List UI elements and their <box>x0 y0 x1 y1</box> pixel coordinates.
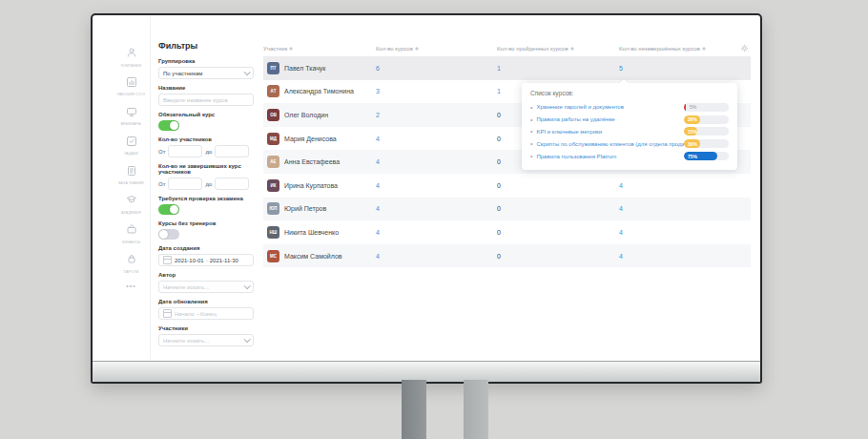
sidebar-item-academy[interactable]: Академия <box>114 192 150 215</box>
unfinished-count-cell: 4 <box>619 253 751 260</box>
courses-count-value[interactable]: 4 <box>376 158 380 165</box>
participants-to-input[interactable] <box>215 145 249 157</box>
popup-title: Список курсов: <box>530 90 729 96</box>
sidebar-item-passwords[interactable]: Пароли <box>114 251 150 274</box>
courses-count-value[interactable]: 2 <box>376 112 380 118</box>
participants-from-input[interactable] <box>168 145 202 157</box>
no-trainers-toggle[interactable] <box>158 229 179 240</box>
grouping-value: По участникам <box>163 71 202 76</box>
participant-name: Мария Денисова <box>284 136 337 142</box>
participant-cell: ПТПавел Ткачук <box>263 62 376 74</box>
passed-count-value[interactable]: 1 <box>497 88 501 94</box>
unfinished-count-cell: 4 <box>619 229 751 236</box>
sidebar-item-company[interactable]: Компания <box>114 45 150 68</box>
not-finished-from-input[interactable] <box>168 178 202 190</box>
mandatory-course-toggle[interactable] <box>158 120 179 131</box>
table-header-row: УчастникКол-во курсовКол-во пройденных к… <box>263 41 751 55</box>
courses-count-value[interactable]: 4 <box>376 253 380 260</box>
toggle-knob <box>170 205 178 214</box>
course-progress-bar: 36% <box>684 139 729 148</box>
courses-count-cell: 4 <box>376 205 497 212</box>
unfinished-count-value[interactable]: 5 <box>619 65 623 72</box>
passed-count-value[interactable]: 1 <box>497 65 501 72</box>
to-label: до <box>205 181 212 187</box>
progress-percent: 15% <box>684 129 697 135</box>
members-label: Участники <box>158 325 254 331</box>
column-header: Кол-во курсов <box>376 45 497 52</box>
courses-count-value[interactable]: 4 <box>376 182 380 189</box>
members-select[interactable]: Начните искать... <box>158 334 254 346</box>
course-link[interactable]: Скрипты по обслуживанию клиентов (для от… <box>536 141 684 147</box>
sidebar-item-webinars[interactable]: Вебинары <box>114 104 150 127</box>
exam-check-toggle[interactable] <box>158 204 179 215</box>
course-list-item: •Хранение паролей и документов5% <box>530 101 729 114</box>
unfinished-count-value[interactable]: 4 <box>619 205 623 212</box>
passed-count-value: 0 <box>497 182 501 189</box>
course-list-item: •Правила работы на удалёнке36% <box>530 114 729 126</box>
courses-count-value[interactable]: 4 <box>376 136 380 142</box>
passed-count-cell: 0 <box>497 253 619 260</box>
course-link[interactable]: Хранение паролей и документов <box>536 104 684 110</box>
participant-cell: ЮПЮрий Петров <box>263 202 376 215</box>
unfinished-count-value[interactable]: 4 <box>619 229 623 236</box>
sort-icon[interactable] <box>415 45 419 52</box>
courses-count-value[interactable]: 3 <box>376 88 380 94</box>
column-header-label: Участник <box>263 46 287 52</box>
unfinished-count-value[interactable]: 4 <box>619 253 623 260</box>
toggle-knob <box>170 121 178 130</box>
table-row[interactable]: МСМаксим Самойлов404 <box>263 244 751 268</box>
table-row[interactable]: ИКИрина Курпатова404 <box>263 174 751 198</box>
courses-count-value[interactable]: 4 <box>376 205 380 212</box>
course-name-input[interactable]: Введите название курса <box>158 94 254 106</box>
finance-icon <box>126 221 137 239</box>
progress-percent: 75% <box>684 154 697 159</box>
author-placeholder: Начните искать... <box>163 284 209 290</box>
table-settings-gear-icon[interactable] <box>740 44 749 53</box>
course-link[interactable]: Правила работы на удалёнке <box>536 116 684 122</box>
unfinished-count-value[interactable]: 4 <box>619 182 623 189</box>
bullet-icon: • <box>530 153 532 159</box>
unfinished-count-cell: 4 <box>619 205 751 212</box>
updated-date-input[interactable]: Начало - Конец <box>158 307 254 320</box>
course-name-label: Название <box>158 85 254 91</box>
table-row[interactable]: НШНикита Шевченко404 <box>263 220 751 244</box>
column-header: Кол-во незавершённых курсов <box>619 45 751 52</box>
sort-icon[interactable] <box>702 45 706 52</box>
sidebar-item-tasks[interactable]: Задачи <box>114 134 150 157</box>
course-link[interactable]: Правила пользования Platrum <box>536 154 684 159</box>
sidebar-item-desktop[interactable]: Рабочий стол <box>114 74 150 97</box>
desktop-icon <box>126 74 137 92</box>
table-row[interactable]: ПТПавел Ткачук615 <box>263 56 751 80</box>
sidebar-more-icon[interactable]: ••• <box>126 282 135 289</box>
courses-count-value[interactable]: 6 <box>376 65 380 72</box>
avatar: ИК <box>267 179 279 192</box>
sort-icon[interactable] <box>289 45 293 52</box>
course-link[interactable]: KPI и ключевые метрики <box>536 129 684 135</box>
passed-count-value: 0 <box>497 112 501 118</box>
courses-count-cell: 6 <box>376 65 497 72</box>
from-label: От <box>158 149 165 155</box>
sidebar-item-label: Компания <box>121 64 142 68</box>
bullet-icon: • <box>530 116 532 123</box>
sidebar-item-knowledge[interactable]: База знаний <box>114 163 150 186</box>
passed-count-cell: 1 <box>497 65 619 72</box>
sidebar-item-label: Академия <box>121 211 141 215</box>
screen: КомпанияРабочий столВебинарыЗадачиБаза з… <box>93 16 759 361</box>
progress-fill: 36% <box>684 115 700 124</box>
sort-icon[interactable] <box>570 45 574 52</box>
participant-name: Анна Евстафеева <box>284 158 340 165</box>
updated-start-placeholder: Начало <box>175 311 195 317</box>
updated-date-label: Дата обновления <box>158 299 254 304</box>
sidebar-item-finance[interactable]: Финансы <box>114 221 150 244</box>
table-row[interactable]: ЮПЮрий Петров404 <box>263 198 751 221</box>
grouping-select[interactable]: По участникам <box>158 67 254 79</box>
created-date-input[interactable]: 2021-10-01 - 2021-11-30 <box>158 254 254 266</box>
passed-count-value: 0 <box>497 205 501 212</box>
participants-table: УчастникКол-во курсовКол-во пройденных к… <box>259 16 756 361</box>
author-select[interactable]: Начните искать... <box>158 281 254 293</box>
courses-count-value[interactable]: 4 <box>376 229 380 236</box>
courses-count-cell: 4 <box>376 136 497 142</box>
app-window: КомпанияРабочий столВебинарыЗадачиБаза з… <box>113 16 756 361</box>
bullet-icon: • <box>530 140 532 147</box>
not-finished-to-input[interactable] <box>215 178 249 190</box>
